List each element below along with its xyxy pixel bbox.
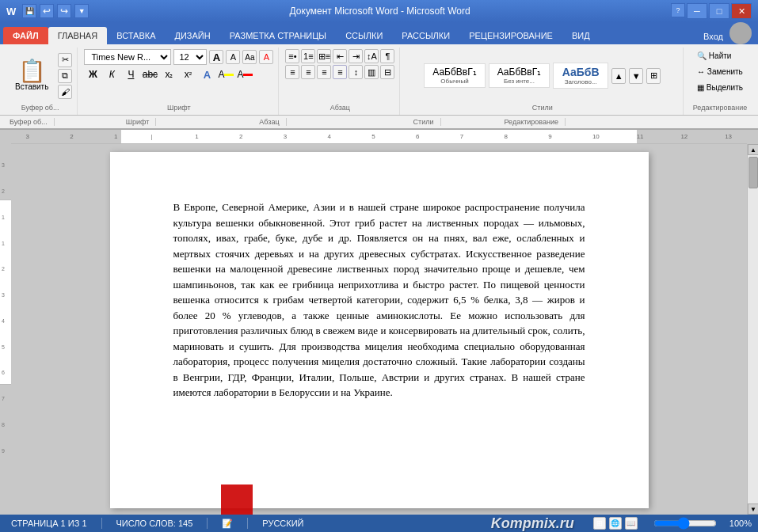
find-button[interactable]: 🔍 Найти — [690, 49, 738, 63]
paragraph-controls: ≡• 1≡ ⊞≡ ⇤ ⇥ ↕A ¶ ≡ ≡ ≡ ≡ ↕ ▥ ⊟ — [285, 49, 394, 102]
bold-button[interactable]: Ж — [84, 66, 101, 82]
shading-button[interactable]: ▥ — [364, 65, 379, 79]
cut-button[interactable]: ✂ — [58, 53, 72, 67]
paste-button[interactable]: 📋 Вставить — [8, 56, 55, 95]
undo-button[interactable]: ↩ — [40, 4, 54, 18]
strikethrough-button[interactable]: abc — [141, 66, 158, 82]
clipboard-label: Буфер об... — [21, 102, 59, 113]
para-row2: ≡ ≡ ≡ ≡ ↕ ▥ ⊟ — [285, 65, 394, 79]
multilevel-button[interactable]: ⊞≡ — [317, 49, 331, 63]
style-no-spacing[interactable]: АаБбВвГ₁ Без инте... — [489, 63, 550, 88]
tab-design[interactable]: ДИЗАЙН — [165, 27, 219, 44]
language: РУССКИЙ — [257, 519, 308, 528]
tab-file[interactable]: ФАЙЛ — [3, 27, 48, 44]
text-effects-button[interactable]: A — [198, 66, 215, 82]
underline-button[interactable]: Ч — [122, 66, 139, 82]
styles-scroll-down[interactable]: ▼ — [629, 68, 643, 84]
text-highlight-button[interactable]: A — [217, 66, 234, 82]
numbering-button[interactable]: 1≡ — [301, 49, 315, 63]
help-button[interactable]: ? — [671, 3, 685, 17]
format-painter-button[interactable]: 🖌 — [58, 85, 72, 99]
style-normal[interactable]: АаБбВвГ₁ Обычный — [424, 63, 485, 88]
clear-format-button[interactable]: A — [259, 50, 273, 64]
status-divider-3 — [247, 518, 248, 529]
align-right-button[interactable]: ≡ — [317, 65, 331, 79]
tab-home[interactable]: ГЛАВНАЯ — [48, 27, 107, 44]
font-size-down-button[interactable]: A — [226, 50, 240, 64]
style-normal-label: Обычный — [432, 78, 476, 85]
styles-more-button[interactable]: ⊞ — [646, 68, 661, 84]
view-web-button[interactable]: 🌐 — [609, 517, 622, 530]
close-button[interactable]: ✕ — [731, 3, 752, 19]
save-button[interactable]: 💾 — [22, 4, 36, 18]
paragraph-label: Абзац — [330, 102, 350, 113]
proofing-icon[interactable]: 📝 — [217, 519, 238, 529]
font-size-up-button[interactable]: A — [209, 50, 223, 64]
section-label-styles: Стили — [287, 118, 441, 126]
tab-review[interactable]: РЕЦЕНЗИРОВАНИЕ — [459, 27, 562, 44]
vertical-scrollbar[interactable]: ▲ ▼ — [747, 144, 758, 515]
line-spacing-button[interactable]: ↕ — [349, 65, 363, 79]
font-size-select[interactable]: 12 — [173, 49, 207, 65]
section-labels-bar: Буфер об... Шрифт Абзац Стили Редактиров… — [0, 116, 758, 130]
copy-button[interactable]: ⧉ — [58, 69, 72, 83]
tab-view[interactable]: ВИД — [562, 27, 600, 44]
color-indicator — [243, 74, 253, 76]
scroll-track[interactable] — [748, 155, 758, 504]
minimize-button[interactable]: ─ — [687, 3, 707, 19]
scroll-up-button[interactable]: ▲ — [748, 144, 758, 155]
user-avatar — [729, 22, 752, 44]
show-marks-button[interactable]: ¶ — [380, 49, 394, 63]
change-case-button[interactable]: Aa — [242, 50, 257, 64]
border-button[interactable]: ⊟ — [380, 65, 394, 79]
para-row1: ≡• 1≡ ⊞≡ ⇤ ⇥ ↕A ¶ — [285, 49, 394, 63]
styles-scroll-up[interactable]: ▲ — [611, 68, 626, 84]
font-name-select[interactable]: Times New R... — [84, 49, 171, 65]
replace-button[interactable]: ↔ Заменить — [690, 65, 750, 78]
paste-icon: 📋 — [18, 60, 46, 82]
clipboard-controls: 📋 Вставить ✂ ⧉ 🖌 — [8, 49, 72, 102]
word-icon: W — [6, 6, 16, 17]
scroll-down-button[interactable]: ▼ — [748, 504, 758, 515]
highlight-indicator — [224, 74, 234, 76]
font-controls: Times New R... 12 A A Aa A Ж К Ч abc x₂ — [84, 49, 273, 102]
select-button[interactable]: ▦ Выделить — [690, 81, 750, 94]
redo-button[interactable]: ↪ — [57, 4, 71, 18]
tab-insert[interactable]: ВСТАВКА — [107, 27, 165, 44]
italic-button[interactable]: К — [103, 66, 120, 82]
tab-mailings[interactable]: РАССЫЛКИ — [392, 27, 459, 44]
title-bar: W 💾 ↩ ↪ ▼ Документ Microsoft Word - Micr… — [0, 0, 758, 22]
decrease-indent-button[interactable]: ⇤ — [333, 49, 347, 63]
tab-references[interactable]: ССЫЛКИ — [336, 27, 392, 44]
vertical-ruler: 3 2 1 1 2 3 4 5 6 7 8 9 — [0, 144, 11, 515]
clipboard-sub: ✂ ⧉ 🖌 — [58, 53, 72, 99]
sort-button[interactable]: ↕A — [364, 49, 379, 63]
document-area[interactable]: В Европе, Северной Америке, Азии и в наш… — [11, 144, 747, 515]
font-color-button[interactable]: A — [236, 66, 253, 82]
scroll-thumb[interactable] — [748, 157, 758, 188]
section-label-editing: Редактирование — [441, 118, 566, 126]
customize-qat-button[interactable]: ▼ — [74, 4, 89, 18]
justify-button[interactable]: ≡ — [333, 65, 347, 79]
align-left-button[interactable]: ≡ — [285, 65, 299, 79]
maximize-button[interactable]: □ — [709, 3, 729, 19]
style-heading1[interactable]: АаБбВ Заголово... — [553, 63, 608, 89]
select-label: Выделить — [707, 83, 743, 92]
tab-layout[interactable]: РАЗМЕТКА СТРАНИЦЫ — [220, 27, 336, 44]
font-label: Шрифт — [167, 102, 191, 113]
subscript-button[interactable]: x₂ — [160, 66, 177, 82]
zoom-level: 100% — [729, 519, 752, 528]
style-no-spacing-text: АаБбВвГ₁ — [497, 66, 541, 78]
align-center-button[interactable]: ≡ — [301, 65, 315, 79]
zoom-slider[interactable] — [653, 517, 717, 530]
bullets-button[interactable]: ≡• — [285, 49, 299, 63]
editing-group: 🔍 Найти ↔ Заменить ▦ Выделить Редактиров… — [685, 48, 755, 115]
view-read-button[interactable]: 📖 — [625, 517, 638, 530]
increase-indent-button[interactable]: ⇥ — [349, 49, 363, 63]
replace-icon: ↔ — [697, 67, 707, 76]
login-button[interactable]: Вход — [697, 30, 729, 44]
find-label: Найти — [709, 51, 732, 60]
document-content[interactable]: В Европе, Северной Америке, Азии и в наш… — [173, 200, 585, 401]
view-layout-button[interactable]: ⊞ — [593, 517, 606, 530]
superscript-button[interactable]: x² — [179, 66, 196, 82]
